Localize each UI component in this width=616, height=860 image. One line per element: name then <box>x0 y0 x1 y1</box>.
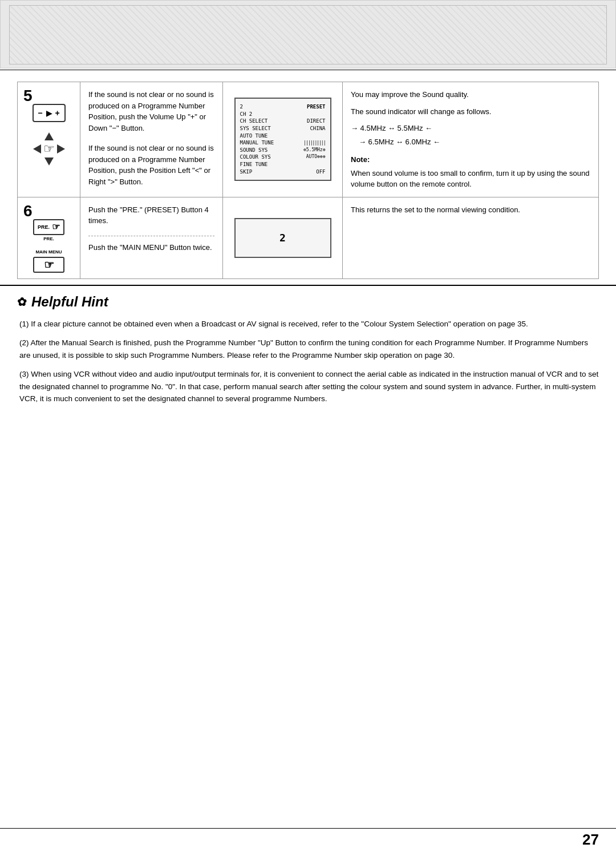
preset-icon-label: PRE. <box>38 224 50 230</box>
steps-section: 5 − ▶ + <box>17 82 599 279</box>
nav-up-icon <box>44 132 54 140</box>
main-menu-button-icon: ☞ <box>33 257 64 273</box>
hint-title: ✿ Helpful Hint <box>17 294 599 310</box>
step-6-row: 6 PRE. ☞ PRE. <box>18 197 598 278</box>
nav-up-row <box>44 132 54 140</box>
arrow-text-1: → 4.5MHz ↔ 5.5MHz ← <box>351 123 432 134</box>
preset-button-icon: PRE. ☞ <box>33 219 64 235</box>
pre-label-text: PRE. <box>43 236 54 241</box>
screen-line-4: SYS SELECTCHINA <box>240 125 326 132</box>
hint-item-2-text: (2) After the Manual Search is finished,… <box>19 338 588 360</box>
main-menu-icon-wrap: MAIN MENU ☞ <box>33 249 64 273</box>
vol-plus-icon: + <box>55 108 60 118</box>
vol-triangle-icon: ▶ <box>46 109 52 118</box>
arrow-text-2: → 6.5MHz ↔ 6.0MHz ← <box>359 136 440 148</box>
diagram-inner <box>9 5 607 64</box>
step-5-result-detail: The sound indicator will change as follo… <box>351 106 590 118</box>
step-5-screen-mockup: 2PRESET CH 2 CH SELECTDIRECT SYS SELECTC… <box>234 98 331 181</box>
step-5-note-text: When sound volume is too small to confir… <box>351 168 590 190</box>
step-6-desc-1: Push the "PRE." (PRESET) Button 4 times. <box>88 204 214 227</box>
step-6-num-col: 6 PRE. ☞ PRE. <box>18 197 80 278</box>
hint-item-2: (2) After the Manual Search is finished,… <box>17 337 599 361</box>
step-6-screen-text: 2 <box>279 231 286 245</box>
step-5-result-col: You may improve the Sound quality. The s… <box>343 82 598 197</box>
hint-item-1-text: (1) If a clear picture cannot be obtaine… <box>19 320 528 328</box>
hint-item-1: (1) If a clear picture cannot be obtaine… <box>17 318 599 330</box>
nav-cross-group: ☞ <box>33 132 65 165</box>
screen-line-5: AUTO TUNE <box>240 132 326 140</box>
step-6-desc-col: Push the "PRE." (PRESET) Button 4 times.… <box>80 197 223 278</box>
screen-line-6: MANUAL TUNE|||||||||| <box>240 139 326 147</box>
volume-remote-icon: − ▶ + <box>33 104 66 122</box>
hint-item-3: (3) When using VCR without video and aud… <box>17 368 599 405</box>
bottom-separator-line <box>0 828 616 829</box>
arrow-line-1: → 4.5MHz ↔ 5.5MHz ← <box>351 123 590 134</box>
step-5-desc-col: If the sound is not clear or no sound is… <box>80 82 223 197</box>
screen-line-8: COLOUR SYSAUTO⊕⊕⊕ <box>240 154 326 161</box>
pre-button-group: PRE. ☞ PRE. <box>33 219 64 241</box>
main-content: 5 − ▶ + <box>0 70 616 285</box>
step-5-num-col: 5 − ▶ + <box>18 82 80 197</box>
vol-minus-icon: − <box>38 108 42 118</box>
screen-line-2: CH 2 <box>240 111 326 118</box>
step-5-result-main: You may improve the Sound quality. <box>351 89 590 100</box>
nav-left-icon <box>33 144 41 154</box>
screen-line-10: SKIPOFF <box>240 168 326 176</box>
step-6-screen-col: 2 <box>223 197 343 278</box>
step-5-note-label: Note: <box>351 154 590 165</box>
step-6-number: 6 <box>23 202 33 220</box>
step-5-desc-1: If the sound is not clear or no sound is… <box>88 89 214 134</box>
main-menu-group: MAIN MENU ☞ <box>33 249 64 273</box>
step-5-row: 5 − ▶ + <box>18 82 598 197</box>
nav-hand-icon: ☞ <box>43 142 55 156</box>
screen-line-3: CH SELECTDIRECT <box>240 118 326 125</box>
step-6-icons: PRE. ☞ PRE. MAIN MENU ☞ <box>33 219 64 273</box>
preset-hand-icon: ☞ <box>52 221 60 232</box>
hint-lightbulb-icon: ✿ <box>17 295 27 309</box>
hint-title-text: Helpful Hint <box>31 294 108 310</box>
helpful-hint-section: ✿ Helpful Hint (1) If a clear picture ca… <box>0 285 616 424</box>
screen-line-7: SOUND SYS⊕5.5MHz⊕ <box>240 147 326 154</box>
step-6-desc-2: Push the "MAIN MENU" Button twice. <box>88 242 214 253</box>
step-6-sub-sep <box>88 236 214 236</box>
step-5-number: 5 <box>23 87 33 105</box>
step-6-screen-mockup: 2 <box>234 218 331 258</box>
step-6-result-col: This returns the set to the normal viewi… <box>343 197 598 278</box>
step-5-screen-col: 2PRESET CH 2 CH SELECTDIRECT SYS SELECTC… <box>223 82 343 197</box>
page-number: 27 <box>582 831 599 849</box>
screen-line-1: 2PRESET <box>240 103 326 111</box>
main-menu-hand-icon: ☞ <box>44 258 54 272</box>
screen-line-9: FINE TUNE <box>240 161 326 168</box>
arrow-line-2: → 6.5MHz ↔ 6.0MHz ← <box>359 136 590 148</box>
top-diagram-image <box>0 0 616 68</box>
step-5-arrows-box: → 4.5MHz ↔ 5.5MHz ← → 6.5MHz ↔ 6.0MHz ← <box>351 123 590 147</box>
step-5-icons: − ▶ + ☞ <box>33 104 66 165</box>
step-6-result-main: This returns the set to the normal viewi… <box>351 204 590 216</box>
main-menu-label-text: MAIN MENU <box>35 249 62 255</box>
pre-icon-wrap: PRE. ☞ PRE. <box>33 219 64 241</box>
step-5-desc-2: If the sound is not clear or no sound is… <box>88 143 214 187</box>
nav-down-row <box>44 158 54 165</box>
volume-remote-group: − ▶ + <box>33 104 66 122</box>
nav-mid-row: ☞ <box>33 142 65 156</box>
hint-item-3-text: (3) When using VCR without video and aud… <box>19 370 598 403</box>
nav-down-icon <box>44 158 54 165</box>
nav-right-icon <box>57 144 65 154</box>
